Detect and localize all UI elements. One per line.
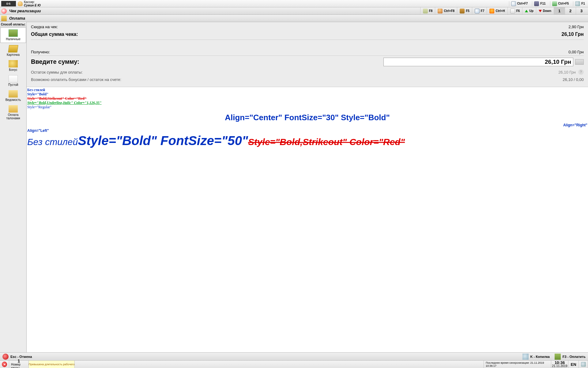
report-icon — [460, 9, 465, 13]
rest-value: 26,10 Грн — [558, 70, 576, 75]
page-3[interactable]: 3 — [576, 7, 587, 14]
cashier-info: Кассир: Сумин Е Ю — [24, 0, 41, 7]
sidebar-head: Способ оплаты: — [0, 22, 26, 27]
pay-icon — [555, 354, 561, 360]
discount-label: Скидка на чек: — [31, 25, 58, 29]
btn-pay[interactable]: F3 - Оплатить — [555, 354, 586, 360]
coupon-icon — [9, 105, 18, 113]
row-rest: Остаток суммы для оплаты: 26,10 Грн ? — [31, 68, 584, 76]
sheet-icon — [510, 9, 515, 13]
empty-icon — [9, 75, 18, 82]
status-sync: Последнее время синхронизации: 21.11.201… — [484, 361, 551, 368]
tool-f6[interactable]: F6 — [507, 7, 522, 14]
received-value: 0,00 Грн — [568, 50, 584, 54]
styles-demo: Без стилей Style="Bold" Style="Bold,Stri… — [27, 87, 588, 352]
close-icon: ✕ — [2, 362, 7, 367]
bonus-rest-label: Возможно оплатить бонусами / остаток на … — [31, 77, 121, 82]
arrow-up-icon — [525, 10, 528, 12]
help-icon — [575, 1, 580, 6]
search-icon — [511, 1, 516, 6]
kassa-number: 1 — [18, 359, 20, 363]
check-icon — [1, 8, 7, 14]
app-logo: DS — [1, 1, 16, 6]
tool-f7[interactable]: F7 — [472, 7, 487, 14]
summary: Скидка на чек: 2,90 Грн Общая сумма чека… — [27, 22, 588, 85]
inline-part-1: Без стилей — [27, 137, 78, 147]
row-received: Получено: 0,00 Грн — [31, 48, 584, 56]
pay-bonus[interactable]: Бонус — [0, 58, 26, 73]
received-label: Получено: — [31, 50, 50, 54]
hot-icon — [489, 9, 494, 13]
pay-cash[interactable]: Наличные — [0, 27, 26, 43]
status-warning: Превышена длительность рабочего — [29, 361, 75, 368]
check-title: Чек реализации — [9, 9, 41, 13]
row-discount: Скидка на чек: 2,90 Грн — [31, 23, 584, 30]
style-line-1: Без стилей — [27, 88, 587, 92]
tool-ctrl-f8[interactable]: Ctrl+F8 — [435, 7, 457, 14]
pay-coupon[interactable]: Оплата талонами — [0, 103, 26, 122]
tool-up[interactable]: Up — [522, 7, 536, 14]
tool-f5[interactable]: F5 — [457, 7, 472, 14]
style-line-2: Style="Bold" — [27, 92, 587, 96]
tool-ctrl-h[interactable]: Ctrl+H — [487, 7, 507, 14]
piggy-icon — [522, 354, 529, 360]
check-tools: F8 Ctrl+F8 F5 F7 Ctrl+H F6 Up Down 1 2 3 — [420, 7, 587, 14]
payment-icon — [1, 16, 7, 21]
btn-esc-cancel[interactable]: Esc - Отмена — [2, 354, 32, 360]
money-icon[interactable] — [575, 59, 584, 65]
enter-label: Введите сумму: — [31, 58, 79, 65]
status-lang[interactable]: EN — [568, 361, 579, 368]
page-1[interactable]: 1 — [554, 7, 565, 14]
tool-down[interactable]: Down — [536, 7, 554, 14]
status-close[interactable]: ✕ — [0, 361, 9, 368]
status-net[interactable] — [579, 361, 588, 368]
status-spacer — [75, 361, 484, 368]
payment-title: Оплата — [9, 16, 25, 21]
shortcut-ctrl-f5[interactable]: Ctrl+F5 — [550, 1, 571, 6]
total-label: Общая сумма чека: — [31, 32, 78, 37]
pay-empty[interactable]: Пустой — [0, 73, 26, 88]
pay-card[interactable]: Карточка — [0, 43, 26, 58]
payment-sidebar: Способ оплаты: Наличные Карточка Бонус П… — [0, 22, 27, 352]
arrow-down-icon — [539, 10, 542, 12]
time-value: 10:36 — [555, 361, 565, 364]
bonus-icon — [9, 60, 18, 67]
style-line-5: Style="Regular" — [27, 105, 587, 109]
cashier-label: Кассир: — [24, 0, 41, 4]
cash-icon — [9, 29, 18, 37]
goods-icon — [423, 9, 428, 13]
row-enter: Введите сумму: — [31, 56, 584, 68]
check-toolbar: Чек реализации F8 Ctrl+F8 F5 F7 Ctrl+H F… — [0, 7, 588, 15]
calculator-icon — [534, 1, 539, 6]
btn-kopilka[interactable]: K - Копилка — [522, 354, 550, 360]
style-line-3: Style="Bold,Strikeout" Color="Red" — [27, 96, 587, 101]
page-2[interactable]: 2 — [565, 7, 576, 14]
tool-f8[interactable]: F8 — [420, 7, 435, 14]
pay-list[interactable]: Ведомость — [0, 88, 26, 103]
row-total: Общая сумма чека: 26,10 Грн — [31, 30, 584, 40]
find-icon — [475, 9, 480, 13]
style-line-4: Style="Bold,Underline,Italic" Color="1,1… — [27, 101, 587, 105]
cashier-icon — [18, 1, 23, 6]
inline-part-2: Style="Bold" FontSize="50" — [78, 133, 248, 148]
discount-value: 2,90 Грн — [568, 25, 584, 29]
kassa-label: Номер кассы — [11, 363, 27, 368]
payment-header: Оплата — [0, 15, 588, 22]
total-value: 26,10 Грн — [562, 32, 584, 37]
question-icon[interactable]: ? — [578, 69, 584, 75]
statusbar: ✕ 1 Номер кассы Превышена длительность р… — [0, 360, 588, 368]
status-time: 10:36 21.11.2019 — [551, 361, 568, 368]
main-area: Способ оплаты: Наличные Карточка Бонус П… — [0, 22, 588, 352]
shortcut-ctrl-f7[interactable]: Ctrl+F7 — [509, 1, 530, 6]
cashier-name: Сумин Е Ю — [24, 4, 41, 7]
shortcut-f1[interactable]: F1 — [573, 1, 587, 6]
footer-actions: Esc - Отмена K - Копилка F3 - Оплатить — [0, 352, 588, 360]
style-left: Align="Left" — [27, 128, 587, 133]
topbar: DS Кассир: Сумин Е Ю Ctrl+F7 F11 Ctrl+F5… — [0, 0, 588, 7]
style-inline: Без стилейStyle="Bold" FontSize="50"Styl… — [27, 133, 587, 148]
date-value: 21.11.2019 — [552, 364, 567, 368]
shortcut-f11[interactable]: F11 — [532, 1, 547, 6]
amount-input[interactable] — [383, 58, 573, 66]
inline-part-3: Style="Bold,Strikeout" Color="Red" — [248, 137, 405, 147]
rest-label: Остаток суммы для оплаты: — [31, 70, 83, 75]
